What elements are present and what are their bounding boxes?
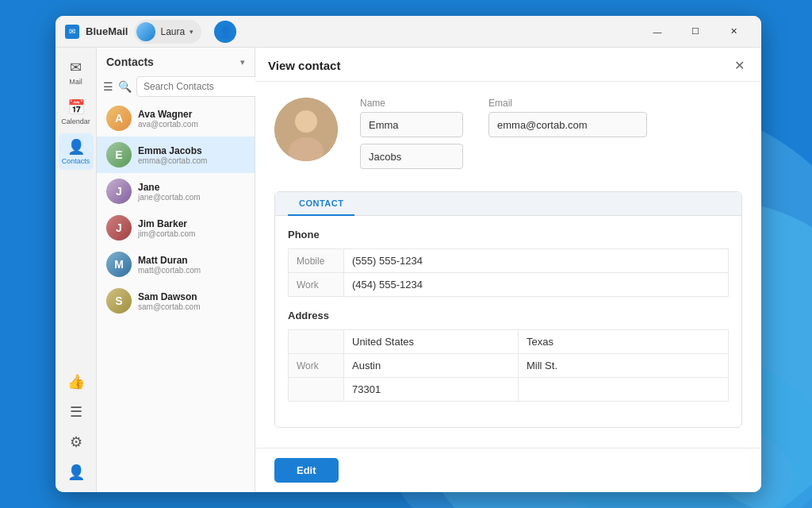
tab-contact[interactable]: CONTACT [288,192,354,216]
email-field[interactable] [488,112,647,137]
gear-icon: ⚙ [70,433,82,451]
address-state: Texas [519,330,729,354]
profile-icon: 👤 [67,464,85,481]
contact-name: Matt Duran [138,255,201,266]
minimize-button[interactable]: — [639,19,676,44]
main-content: ✉ Mail 📅 Calendar 👤 Contacts 👍 ☰ ⚙ [56,48,761,492]
like-icon: 👍 [67,373,85,391]
last-name-field[interactable] [360,144,463,169]
address-country: United States [344,330,519,354]
add-contact-button[interactable]: 👤 [214,21,236,43]
phone-work-value: (454) 555-1234 [344,273,729,297]
svg-point-6 [295,110,317,133]
contacts-header: Contacts ▾ [97,48,255,73]
section-tab-bar: CONTACT [275,192,741,216]
section-content: Phone Mobile (555) 555-1234 Work (454) 5… [275,216,741,427]
identity-fields: Name Email [360,98,647,169]
sidebar-item-settings[interactable]: ⚙ [59,429,94,456]
detail-body: Name Email CONTACT [255,82,761,448]
mail-icon: ✉ [70,59,82,76]
maximize-button[interactable]: ☐ [677,19,714,44]
sidebar-item-list[interactable]: ☰ [59,398,94,425]
search-input[interactable] [136,76,270,97]
contacts-panel: Contacts ▾ ☰ 🔍 A Ava Wagner ava@cortab.c… [97,48,255,492]
title-bar: ✉ BlueMail Laura ▾ 👤 — ☐ ✕ [56,16,761,48]
first-name-field[interactable] [360,112,463,137]
address-zip: 73301 [344,378,519,402]
address-street: Mill St. [519,354,729,378]
address-group-title: Address [288,310,729,321]
sidebar-item-mail[interactable]: ✉ Mail [59,54,94,90]
list-item[interactable]: E Emma Jacobs emma@cortab.com [97,137,255,173]
table-row: Work Austin Mill St. [289,354,729,378]
sidebar-nav: ✉ Mail 📅 Calendar 👤 Contacts 👍 ☰ ⚙ [56,48,97,492]
table-row: Work (454) 555-1234 [289,273,729,297]
contact-name: Jane [138,182,201,193]
sidebar-item-contacts-label: Contacts [62,157,90,165]
contact-list: A Ava Wagner ava@cortab.com E Emma Jacob… [97,100,255,492]
title-bar-controls: — ☐ ✕ [639,19,752,44]
account-name: Laura [160,26,185,37]
contact-section: CONTACT Phone Mobile (555) 555-1234 Work [274,191,742,428]
contact-name: Ava Wagner [138,109,198,120]
contacts-toolbar: ☰ 🔍 [97,73,255,100]
sidebar-item-mail-label: Mail [69,78,82,86]
search-icon[interactable]: 🔍 [118,76,132,97]
account-avatar [136,22,155,41]
list-item[interactable]: M Matt Duran matt@cortab.com [97,246,255,283]
detail-panel: View contact ✕ N [255,48,761,492]
sidebar-item-calendar-label: Calendar [61,117,90,125]
phone-work-label: Work [289,273,344,297]
list-item[interactable]: S Sam Dawson sam@cortab.com [97,283,255,319]
sidebar-item-like[interactable]: 👍 [59,368,94,395]
contact-email: jane@cortab.com [138,193,201,202]
app-icon: ✉ [65,25,79,39]
avatar: E [106,142,132,167]
account-button[interactable]: Laura ▾ [134,20,201,44]
new-contact-icon[interactable]: ☰ [103,76,113,97]
phone-table: Mobile (555) 555-1234 Work (454) 555-123… [288,248,729,297]
address-city: Austin [344,354,519,378]
email-label: Email [488,98,647,109]
table-row: 73301 [289,378,729,402]
avatar: J [106,215,132,241]
edit-button[interactable]: Edit [274,458,339,483]
identity-section: Name Email [274,98,742,169]
email-field-group: Email [488,98,647,169]
sidebar-item-calendar[interactable]: 📅 Calendar [59,94,94,130]
avatar: A [106,106,132,131]
app-window: ✉ BlueMail Laura ▾ 👤 — ☐ ✕ ✉ Mail 📅 Cale… [56,16,761,492]
phone-group-title: Phone [288,229,729,241]
contacts-icon: 👤 [67,138,85,156]
phone-mobile-value: (555) 555-1234 [344,249,729,273]
contact-email: ava@cortab.com [138,120,198,129]
close-icon[interactable]: ✕ [730,56,749,75]
avatar: J [106,179,132,204]
detail-footer: Edit [255,448,761,492]
chevron-down-icon: ▾ [190,28,193,36]
contacts-chevron-icon[interactable]: ▾ [240,57,245,67]
table-row: United States Texas [289,330,729,354]
list-item[interactable]: A Ava Wagner ava@cortab.com [97,100,255,137]
avatar: M [106,252,132,277]
address-work-label: Work [289,354,344,378]
contact-email: matt@cortab.com [138,266,201,275]
sidebar-item-profile[interactable]: 👤 [59,459,94,486]
contact-email: emma@cortab.com [138,156,207,165]
list-item[interactable]: J Jim Barker jim@cortab.com [97,210,255,246]
contact-name: Jim Barker [138,218,195,229]
calendar-icon: 📅 [67,98,85,116]
address-label-3 [289,378,344,402]
address-label-1 [289,330,344,354]
contact-email: sam@cortab.com [138,302,201,311]
contact-name: Sam Dawson [138,291,201,302]
list-item[interactable]: J Jane jane@cortab.com [97,173,255,210]
list-icon: ☰ [70,403,82,421]
close-button[interactable]: ✕ [715,19,752,44]
address-col3 [519,378,729,402]
name-field-group: Name [360,98,463,169]
contacts-title: Contacts [106,56,154,68]
sidebar-item-contacts[interactable]: 👤 Contacts [59,133,94,170]
address-table: United States Texas Work Austin Mill St.… [288,329,729,402]
title-bar-left: ✉ BlueMail Laura ▾ 👤 [65,20,639,44]
